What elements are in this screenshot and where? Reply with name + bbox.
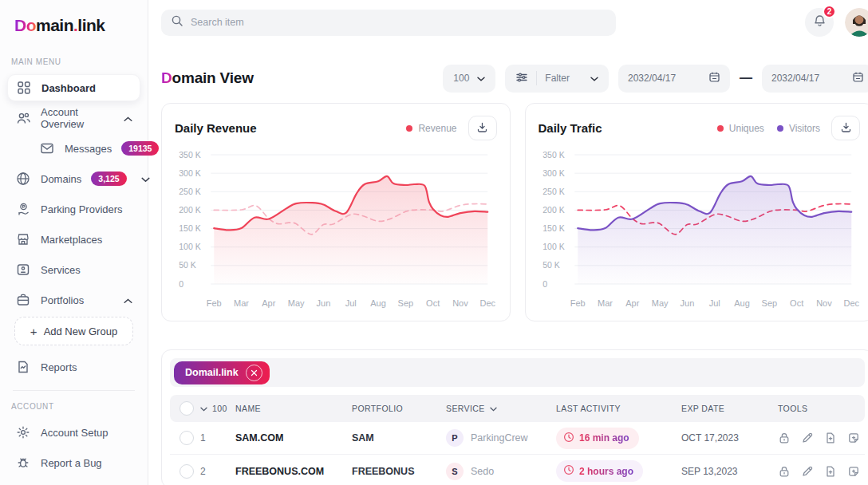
sidebar-item-label: Services — [41, 264, 81, 276]
edit-button[interactable] — [801, 432, 814, 444]
domain-name: FREEBONUS.COM — [235, 466, 352, 477]
header-controls: 100 Falter 2032/04/17 — 2032/04/17 — [443, 65, 868, 93]
page-title-first-letter: D — [161, 69, 172, 86]
add-file-button[interactable] — [824, 465, 837, 478]
daily-trafic-card: Daily Trafic UniquesVisitors 350 K300 K2… — [525, 103, 868, 321]
sidebar-item-dashboard[interactable]: Dashboard — [7, 74, 140, 101]
svg-text:Jul: Jul — [708, 298, 720, 308]
service-name: ParkingCrew — [471, 432, 528, 444]
svg-text:Sep: Sep — [398, 298, 414, 308]
download-button[interactable] — [468, 116, 497, 140]
sidebar-item-domains[interactable]: Domains 3,125 — [7, 165, 140, 192]
filter-dropdown[interactable]: Falter — [505, 65, 609, 93]
svg-text:350 K: 350 K — [179, 150, 200, 160]
column-count: 100 — [212, 404, 227, 413]
sidebar-divider — [13, 390, 135, 391]
page-size-value: 100 — [453, 73, 469, 84]
chevron-down-icon[interactable] — [200, 404, 207, 413]
date-from-value: 2032/04/17 — [628, 73, 676, 84]
sidebar-item-services[interactable]: Services — [7, 256, 140, 283]
row-checkbox[interactable] — [180, 431, 194, 445]
svg-text:Aug: Aug — [734, 298, 750, 308]
search-input[interactable] — [191, 17, 606, 28]
filter-chip-bar: Domail.link — [170, 358, 865, 387]
remove-filter-icon[interactable] — [246, 365, 262, 381]
svg-text:Apr: Apr — [625, 298, 639, 308]
chevron-down-icon — [477, 73, 485, 84]
service-name: Sedo — [471, 466, 494, 477]
sidebar-item-label: Reports — [41, 361, 77, 373]
edit-button[interactable] — [801, 465, 814, 478]
account-label: ACCOUNT — [0, 402, 148, 411]
download-button[interactable] — [831, 116, 860, 140]
domain-name: SAM.COM — [235, 432, 352, 444]
svg-text:100 K: 100 K — [542, 242, 564, 251]
parking-icon — [15, 201, 31, 217]
sidebar-item-account-overview[interactable]: Account Overview — [7, 104, 140, 132]
svg-text:150 K: 150 K — [542, 223, 564, 233]
sidebar-item-marketplaces[interactable]: Marketplaces — [7, 226, 140, 253]
sidebar-item-label: Marketplaces — [41, 234, 102, 246]
legend-item: Uniques — [717, 123, 764, 134]
svg-text:300 K: 300 K — [542, 168, 564, 178]
sidebar-item-label: Parking Providers — [41, 203, 123, 215]
row-tools — [778, 432, 860, 444]
page-size-select[interactable]: 100 — [443, 65, 495, 93]
row-checkbox[interactable] — [180, 464, 194, 479]
add-new-group-button[interactable]: + Add New Group — [14, 317, 133, 345]
lock-button[interactable] — [778, 465, 791, 478]
divider — [536, 71, 537, 85]
svg-text:Dec: Dec — [843, 298, 859, 308]
svg-text:350 K: 350 K — [542, 150, 564, 160]
add-note-button[interactable] — [847, 432, 860, 444]
main-nav: Dashboard Account Overview Messages 1913… — [0, 74, 148, 381]
add-note-button[interactable] — [847, 465, 860, 478]
plus-icon: + — [30, 325, 37, 338]
add-file-button[interactable] — [824, 432, 837, 444]
filter-label: Falter — [545, 73, 570, 84]
svg-text:Aug: Aug — [370, 298, 386, 308]
sidebar-item-reports[interactable]: Reports — [7, 353, 140, 381]
svg-text:Oct: Oct — [426, 298, 440, 308]
svg-text:Nov: Nov — [452, 298, 468, 308]
svg-text:50 K: 50 K — [179, 260, 196, 270]
search-bar[interactable] — [161, 10, 616, 36]
sidebar-item-account-setup[interactable]: Account Setup — [7, 419, 140, 446]
exp-date: OCT 17,2023 — [681, 432, 778, 444]
sidebar-item-messages[interactable]: Messages 19135 — [31, 135, 140, 162]
svg-text:300 K: 300 K — [179, 168, 200, 178]
select-all-checkbox[interactable] — [180, 401, 194, 416]
app-logo: Domain.link — [0, 11, 148, 37]
sidebar-item-portfolios[interactable]: Portfolios — [7, 286, 140, 313]
sidebar-item-parking-providers[interactable]: Parking Providers — [7, 195, 140, 223]
sidebar-item-report-a-bug[interactable]: Report a Bug — [7, 449, 140, 476]
add-new-group-label: Add New Group — [44, 325, 118, 337]
row-number: 2 — [200, 466, 235, 477]
svg-text:Nov: Nov — [816, 298, 832, 308]
portfolio-name: FREEBONUS — [352, 466, 446, 477]
column-tools: TOOLS — [778, 404, 860, 413]
lock-button[interactable] — [778, 432, 791, 444]
date-to-picker[interactable]: 2032/04/17 — [762, 65, 868, 93]
chevron-down-icon[interactable] — [490, 404, 497, 413]
app-root: { "logo": { "grad": "Do", "mid": "main",… — [0, 0, 868, 485]
report-icon — [15, 359, 31, 375]
domains-count-badge: 3,125 — [91, 172, 126, 186]
gear-icon — [15, 424, 31, 440]
domains-table-card: Domail.link 100 NAME PORTFOLIO SERVICE L… — [161, 349, 868, 485]
briefcase-icon — [15, 292, 31, 308]
sidebar-item-label: Portfolios — [41, 294, 84, 306]
avatar[interactable] — [845, 8, 868, 37]
legend-item: Revenue — [406, 123, 456, 134]
table-header-row: 100 NAME PORTFOLIO SERVICE LAST ACTIVITY… — [170, 395, 865, 422]
row-number: 1 — [200, 432, 235, 444]
column-portfolio: PORTFOLIO — [352, 404, 446, 413]
date-from-picker[interactable]: 2032/04/17 — [618, 65, 730, 93]
logo-end: link — [77, 16, 105, 34]
notifications-button[interactable]: 2 — [805, 8, 834, 37]
filter-chip[interactable]: Domail.link — [174, 361, 270, 384]
column-last-activity: LAST ACTIVITY — [556, 404, 681, 413]
main-menu-label: MAIN MENU — [0, 57, 148, 66]
table-row: 2 FREEBONUS.COM FREEBONUS S Sedo 2 hours… — [170, 455, 865, 485]
svg-text:May: May — [651, 298, 668, 308]
